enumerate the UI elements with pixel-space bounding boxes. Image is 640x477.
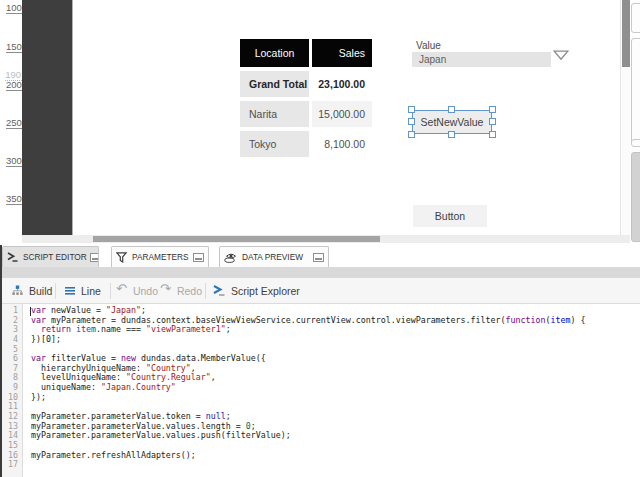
table-cell-sales[interactable]: 15,000.00: [312, 101, 372, 127]
code-line[interactable]: myParameter.refreshAllAdapters();: [31, 451, 640, 461]
sales-table: Location Sales Grand Total 23,100.00 Nar…: [240, 39, 372, 157]
code-line[interactable]: return item.name === "viewParameter1";: [31, 325, 640, 335]
table-cell-location[interactable]: Tokyo: [240, 131, 309, 157]
code-line[interactable]: uniqueName: "Japan.Country": [31, 383, 640, 393]
build-label: Build: [29, 285, 52, 297]
redo-label: Redo: [177, 285, 202, 297]
table-cell-location[interactable]: Narita: [240, 101, 309, 127]
button-element[interactable]: Button: [413, 205, 487, 227]
code-line[interactable]: })[0];: [31, 335, 640, 345]
toolbar-separator: [110, 283, 111, 299]
redo-button[interactable]: ↷ Redo: [160, 278, 202, 303]
line-number: 8: [2, 373, 22, 383]
canvas-horizontal-scrollbar-thumb[interactable]: [93, 236, 380, 242]
undo-button[interactable]: ↶ Undo: [116, 278, 158, 303]
line-number: 7: [2, 364, 22, 374]
data-preview-eye-icon: [224, 252, 237, 263]
line-number: 6: [2, 354, 22, 364]
code-area[interactable]: var newValue = "Japan";var myParameter =…: [24, 304, 640, 477]
line-number: 5: [2, 345, 22, 355]
selection-handle-ne[interactable]: [489, 106, 496, 113]
ruler-tick: 250: [6, 116, 22, 129]
text-caret: [30, 307, 31, 316]
selection-handle-s[interactable]: [448, 131, 455, 138]
code-line[interactable]: [31, 460, 640, 470]
line-number: 17: [2, 460, 22, 470]
script-explorer-label: Script Explorer: [231, 285, 300, 297]
toolbar-separator: [55, 283, 56, 299]
build-button[interactable]: Build: [12, 278, 52, 303]
funnel-icon: [116, 252, 127, 263]
line-number: 3: [2, 325, 22, 335]
selection-handle-n[interactable]: [448, 106, 455, 113]
selection-handle-w[interactable]: [408, 118, 415, 125]
selection-handle-sw[interactable]: [408, 131, 415, 138]
code-line[interactable]: });: [31, 393, 640, 403]
line-number: 2: [2, 316, 22, 326]
open-in-window-icon[interactable]: [190, 253, 204, 262]
script-explorer-button[interactable]: Script Explorer: [213, 278, 300, 303]
ruler-tick: 300: [6, 154, 22, 167]
right-edge-panel[interactable]: [631, 38, 640, 146]
tab-data-preview[interactable]: DATA PREVIEW: [219, 246, 329, 267]
redo-icon: ↷: [160, 284, 171, 294]
line-number: 1: [2, 306, 22, 316]
open-in-window-icon[interactable]: [310, 253, 324, 262]
line-icon: [65, 286, 75, 295]
right-edge-panel[interactable]: [631, 152, 640, 242]
undo-label: Undo: [133, 285, 158, 297]
script-prompt-icon: [7, 252, 18, 262]
script-explorer-icon: [213, 285, 225, 296]
ruler-tick: 150: [6, 40, 22, 53]
right-edge-panel[interactable]: [631, 139, 640, 147]
dashboard-designer-window: 100 150 190 200 250 300 350 Location Sal…: [0, 0, 640, 477]
undo-icon: ↶: [116, 284, 127, 294]
collapsed-side-panel[interactable]: [22, 0, 73, 235]
tab-label: SCRIPT EDITOR: [23, 252, 87, 262]
right-edge-panel[interactable]: [631, 3, 640, 33]
tab-script-editor[interactable]: SCRIPT EDITOR: [2, 246, 99, 267]
parameter-label: Value: [416, 40, 441, 51]
parameter-dropdown[interactable]: Japan: [412, 52, 551, 67]
panel-tab-bar: SCRIPT EDITOR PARAMETERS: [2, 245, 640, 267]
selection-handle-e[interactable]: [489, 118, 496, 125]
ruler-tick: 350: [6, 192, 22, 205]
script-panel: SCRIPT EDITOR PARAMETERS: [0, 245, 640, 477]
vertical-ruler: 100 150 190 200 250 300 350: [0, 0, 22, 235]
table-header-location[interactable]: Location: [240, 39, 309, 67]
selected-element-wrapper: SetNewValue: [412, 110, 492, 134]
code-line[interactable]: myParameter.parameterValue.values.push(f…: [31, 431, 640, 441]
ruler-tick: 100: [6, 1, 22, 14]
design-canvas[interactable]: 100 150 190 200 250 300 350 Location Sal…: [0, 0, 640, 235]
line-button[interactable]: Line: [65, 278, 101, 303]
line-label: Line: [81, 285, 101, 297]
table-cell-sales[interactable]: 23,100.00: [312, 71, 372, 97]
dropdown-arrow-icon[interactable]: [553, 50, 569, 61]
build-icon: [12, 285, 23, 296]
canvas-horizontal-scrollbar[interactable]: [22, 235, 630, 243]
canvas-vertical-scrollbar-thumb[interactable]: [622, 0, 630, 67]
tab-parameters[interactable]: PARAMETERS: [111, 246, 209, 267]
table-header-sales[interactable]: Sales: [312, 39, 372, 67]
table-cell-sales[interactable]: 8,100.00: [312, 131, 372, 157]
code-editor[interactable]: 1234567891011121314151617 var newValue =…: [2, 304, 640, 477]
line-number-gutter: 1234567891011121314151617: [2, 304, 23, 477]
script-toolbar: Build Line ↶ Undo ↷ Redo: [2, 278, 640, 304]
tab-label: PARAMETERS: [132, 252, 189, 262]
tab-label: DATA PREVIEW: [242, 252, 303, 262]
open-in-window-icon[interactable]: [87, 253, 99, 262]
panel-resize-splitter[interactable]: [2, 267, 640, 278]
selection-handle-nw[interactable]: [408, 106, 415, 113]
line-number: 4: [2, 335, 22, 345]
ruler-tick: 200: [6, 78, 22, 91]
selection-handle-se[interactable]: [489, 131, 496, 138]
toolbar-separator: [205, 283, 206, 299]
table-cell-location[interactable]: Grand Total: [240, 71, 309, 97]
